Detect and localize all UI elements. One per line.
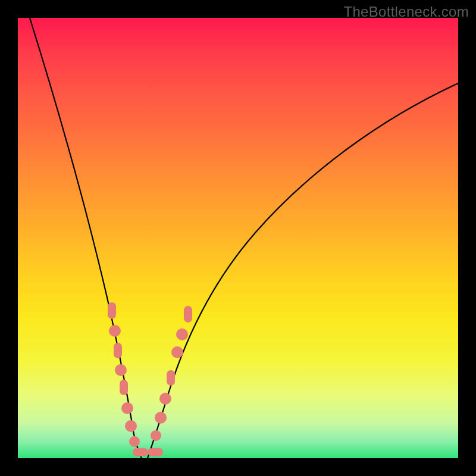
bead (148, 448, 163, 456)
bead (167, 370, 175, 386)
bead (114, 343, 122, 358)
curve-right-arm (148, 83, 458, 458)
bead (129, 436, 140, 447)
bead (125, 420, 137, 432)
bead (133, 448, 148, 456)
outer-frame: TheBottleneck.com (0, 0, 476, 476)
bead (120, 380, 128, 395)
curve-layer (18, 18, 458, 458)
beads-bottom (133, 448, 163, 456)
plot-area (18, 18, 458, 458)
bead (151, 430, 161, 441)
bead (121, 402, 133, 414)
bead (176, 328, 188, 340)
bead (109, 325, 121, 337)
bead (108, 302, 116, 319)
bead (184, 306, 192, 322)
bead (155, 412, 167, 424)
beads-right-arm (151, 306, 192, 441)
bead (115, 364, 127, 376)
bead (171, 346, 183, 358)
bead (159, 393, 171, 405)
